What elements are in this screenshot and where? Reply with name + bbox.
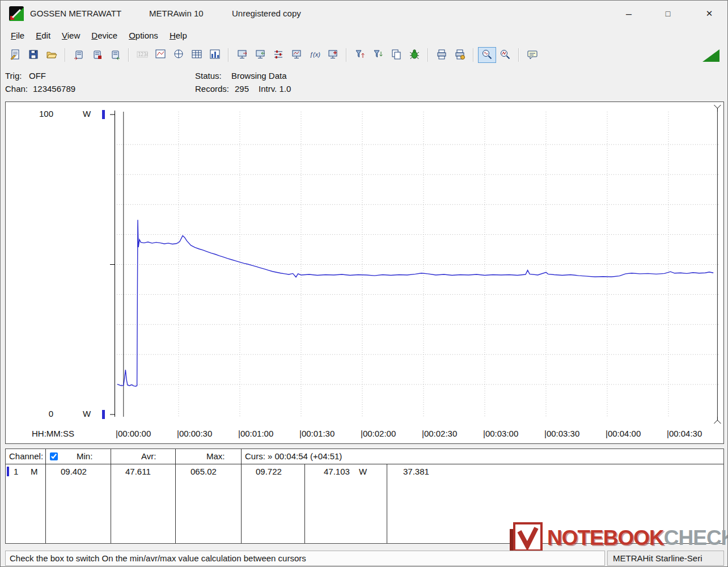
x-tick-label: |00:01:00	[238, 429, 273, 438]
maximize-button[interactable]: □	[650, 1, 685, 27]
minimize-button[interactable]: –	[611, 1, 646, 27]
toolbar-separator	[518, 48, 519, 62]
table-header-divider	[6, 464, 723, 464]
power-chart	[6, 102, 723, 443]
data-table-button[interactable]	[188, 47, 206, 63]
memory-card-icon	[91, 49, 103, 62]
svg-text:ƒ(x): ƒ(x)	[310, 51, 320, 58]
numeric-display-icon: 1234	[137, 49, 148, 62]
table-divider	[241, 449, 242, 543]
col-min-header: Min:	[77, 449, 92, 464]
device-download-button[interactable]	[251, 47, 269, 63]
status-value: Browsing Data	[231, 71, 287, 81]
save-button[interactable]	[24, 47, 43, 63]
table-divider	[111, 449, 111, 543]
titlebar-vendor: GOSSEN METRAWATT	[30, 1, 121, 27]
chan-value: 123456789	[33, 84, 75, 94]
printer-setup-icon	[454, 49, 465, 62]
zoom-in-button[interactable]	[478, 47, 496, 63]
monitor-add-button[interactable]	[324, 47, 342, 63]
cursor-2-bottom-handle[interactable]	[714, 417, 721, 424]
toolbar-separator	[128, 48, 129, 62]
toolbar: 1234ƒ(x)	[1, 45, 727, 65]
x-tick-label: |00:02:30	[422, 429, 457, 438]
bar-graph-button[interactable]	[206, 47, 224, 63]
formula-button[interactable]: ƒ(x)	[306, 47, 324, 63]
annotation-button[interactable]	[523, 47, 541, 63]
app-logo-icon	[9, 6, 24, 22]
filter-max-button[interactable]	[369, 47, 387, 63]
menu-help[interactable]: Help	[164, 27, 193, 45]
channel-marker-top	[102, 110, 105, 119]
data-table-icon	[191, 49, 202, 62]
menu-options[interactable]: Options	[123, 27, 164, 45]
device-download-icon	[255, 49, 266, 62]
zoom-out-button[interactable]	[496, 47, 514, 63]
live-monitor-button[interactable]	[287, 47, 306, 63]
menu-device[interactable]: Device	[86, 27, 123, 45]
filter-min-button[interactable]	[351, 47, 369, 63]
toolbar-separator	[473, 48, 474, 62]
x-tick-label: |00:00:30	[177, 429, 212, 438]
print-button[interactable]	[433, 47, 451, 63]
print-icon	[436, 49, 447, 62]
cursor-2-top-handle[interactable]	[714, 105, 721, 112]
col-max-header: Max:	[206, 449, 225, 464]
yt-chart-icon	[155, 49, 166, 62]
close-button[interactable]: ✕	[690, 1, 728, 27]
yt-chart-button[interactable]	[151, 47, 170, 63]
filter-max-icon	[373, 49, 384, 62]
statusbar-device: METRAHit Starline-Seri	[607, 551, 724, 566]
channel-marker-bottom	[102, 410, 105, 419]
memory-card-button[interactable]	[88, 47, 106, 63]
memory-export-icon	[109, 49, 121, 62]
toolbar-separator	[346, 48, 347, 62]
open-folder-button[interactable]	[43, 47, 61, 63]
x-tick-label: |00:00:00	[116, 429, 151, 438]
row-delta-value: 37.381	[403, 465, 429, 479]
menu-file[interactable]: File	[5, 27, 30, 45]
clipboard-button[interactable]	[387, 47, 405, 63]
row-max-value: 065.02	[191, 465, 217, 479]
y-axis-unit-top: W	[83, 109, 91, 119]
annotation-icon	[527, 49, 538, 62]
channel-settings-icon	[273, 49, 284, 62]
report-button[interactable]	[6, 47, 24, 63]
row-cursor2-value: 47.103	[324, 465, 350, 479]
col-avr-header: Avr:	[141, 449, 156, 464]
titlebar-app: METRAwin 10	[149, 1, 204, 27]
printer-setup-button[interactable]	[451, 47, 469, 63]
table-divider	[387, 464, 387, 543]
menu-view[interactable]: View	[56, 27, 86, 45]
memory-read-button[interactable]	[70, 47, 88, 63]
watermark-text-gray: CHECK	[664, 526, 728, 550]
titlebar-license: Unregistered copy	[232, 1, 301, 27]
channel-settings-button[interactable]	[269, 47, 287, 63]
y-axis-unit-bottom: W	[83, 409, 91, 418]
device-upload-button[interactable]	[233, 47, 251, 63]
beetle-button[interactable]	[405, 47, 424, 63]
trig-value: OFF	[29, 71, 46, 81]
numeric-display-button: 1234	[133, 47, 151, 63]
toolbar-separator	[65, 48, 66, 62]
table-divider	[175, 449, 176, 543]
chart-panel: 100 W 0 W HH:MM:SS |00:00:00|00:00:30|00…	[5, 101, 724, 444]
status-bar: Check the box to switch On the min/avr/m…	[1, 548, 727, 567]
power-trace	[117, 220, 713, 387]
row-avr-value: 47.611	[125, 465, 151, 479]
x-tick-label: |00:04:30	[667, 429, 702, 438]
cursor-readout-header: Curs: » 00:04:54 (+04:51)	[245, 449, 342, 464]
zoom-in-icon	[481, 49, 493, 62]
memory-export-button[interactable]	[106, 47, 124, 63]
xy-scope-button[interactable]	[170, 47, 188, 63]
menu-edit[interactable]: Edit	[30, 27, 56, 45]
table-divider	[304, 464, 305, 543]
watermark-text-red: NOTEBOOK	[547, 526, 664, 550]
interval-value: Intrv. 1.0	[259, 84, 291, 94]
x-tick-label: |00:03:00	[483, 429, 518, 438]
toolbar-separator	[428, 48, 429, 62]
toolbar-separator	[228, 48, 229, 62]
minmax-checkbox[interactable]	[50, 452, 58, 460]
trig-label: Trig:	[5, 71, 22, 81]
x-tick-label: |00:02:00	[361, 429, 396, 438]
